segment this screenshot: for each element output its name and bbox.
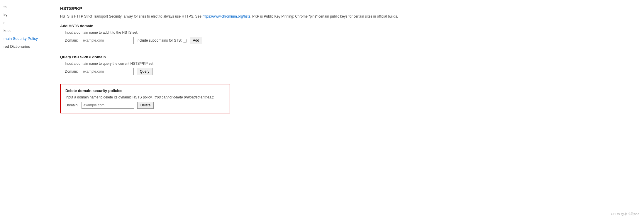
delete-domain-input[interactable] <box>82 102 134 109</box>
delete-section-title: Delete domain security policies <box>65 88 225 93</box>
delete-section-inner: Input a domain name to delete its dynami… <box>65 95 225 109</box>
query-hsts-title: Query HSTS/PKP domain <box>60 55 635 59</box>
query-hsts-form-row: Domain: Query <box>65 68 635 75</box>
add-hsts-inner: Input a domain name to add it to the HST… <box>60 30 635 44</box>
footer-watermark: CSDN @名准取aaa <box>611 212 639 216</box>
add-button[interactable]: Add <box>190 37 202 44</box>
add-hsts-title: Add HSTS domain <box>60 24 635 28</box>
include-subdomains-label: Include subdomains for STS: <box>137 38 187 42</box>
delete-section: Delete domain security policies Input a … <box>60 84 230 113</box>
main-content: HSTS/PKP HSTS is HTTP Strict Transport S… <box>51 0 644 218</box>
add-hsts-form-row: Domain: Include subdomains for STS: Add <box>65 37 635 44</box>
query-domain-input[interactable] <box>81 68 134 75</box>
sidebar-item-s[interactable]: s <box>0 19 51 27</box>
query-button[interactable]: Query <box>137 68 153 75</box>
add-hsts-section: Add HSTS domain Input a domain name to a… <box>60 24 635 44</box>
include-subdomains-checkbox[interactable] <box>183 39 187 42</box>
query-domain-label: Domain: <box>65 69 78 74</box>
delete-domain-label: Domain: <box>65 103 79 107</box>
sidebar-item-ky[interactable]: ky <box>0 11 51 19</box>
query-hsts-section: Query HSTS/PKP domain Input a domain nam… <box>60 55 635 75</box>
add-domain-input[interactable] <box>81 37 134 44</box>
delete-section-description: Input a domain name to delete its dynami… <box>65 95 225 99</box>
sidebar: ts ky s kets main Security Policy red Di… <box>0 0 51 218</box>
sidebar-item-shared-dictionaries[interactable]: red Dictionaries <box>0 42 51 50</box>
hsts-link[interactable]: https://www.chromium.org/hsts <box>202 14 250 18</box>
page-title: HSTS/PKP <box>60 6 635 11</box>
delete-form-row: Domain: Delete <box>65 102 225 109</box>
add-hsts-description: Input a domain name to add it to the HST… <box>65 30 635 35</box>
sidebar-item-domain-security-policy[interactable]: main Security Policy <box>0 35 51 42</box>
query-hsts-inner: Input a domain name to query the current… <box>60 62 635 75</box>
sidebar-item-kets[interactable]: kets <box>0 27 51 35</box>
delete-button[interactable]: Delete <box>137 102 154 109</box>
query-hsts-description: Input a domain name to query the current… <box>65 62 635 66</box>
divider-1 <box>60 50 635 50</box>
page-description: HSTS is HTTP Strict Transport Security: … <box>60 14 635 19</box>
add-domain-label: Domain: <box>65 38 78 42</box>
sidebar-item-ts[interactable]: ts <box>0 3 51 11</box>
